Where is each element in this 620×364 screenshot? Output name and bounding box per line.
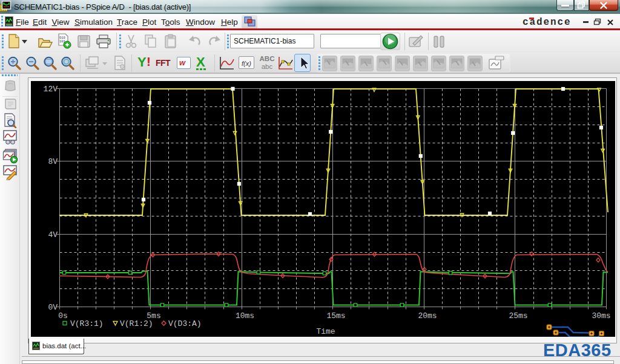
svg-text:8V: 8V <box>48 157 58 166</box>
svg-text:V(D3:A): V(D3:A) <box>168 319 202 328</box>
svg-text:30ms: 30ms <box>592 311 610 320</box>
svg-text:0V: 0V <box>48 303 58 312</box>
svg-text:Time: Time <box>316 327 335 336</box>
svg-text:V(R1:2): V(R1:2) <box>120 319 153 328</box>
svg-text:10ms: 10ms <box>236 311 254 320</box>
svg-text:V(R3:1): V(R3:1) <box>70 319 104 328</box>
svg-text:20ms: 20ms <box>418 311 437 320</box>
svg-text:12V: 12V <box>44 85 58 94</box>
svg-text:25ms: 25ms <box>509 311 527 320</box>
svg-text:15ms: 15ms <box>326 311 345 320</box>
svg-text:0s: 0s <box>58 311 68 320</box>
svg-text:4V: 4V <box>48 230 58 239</box>
